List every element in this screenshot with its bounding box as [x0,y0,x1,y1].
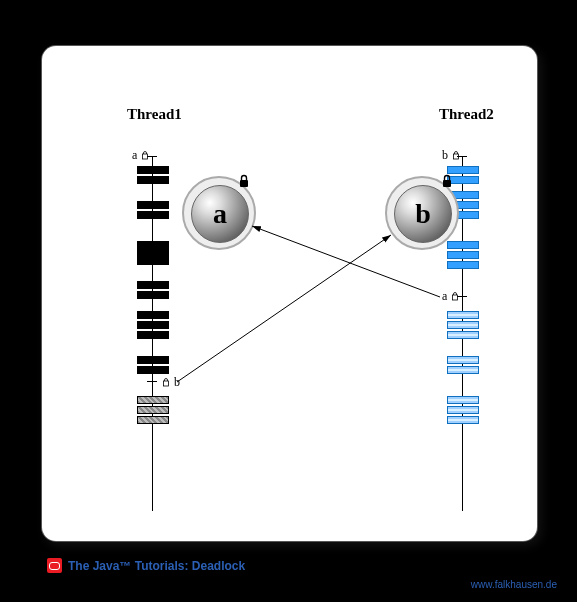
thread2-timeline [462,156,463,511]
lock-icon [440,174,454,188]
svg-rect-2 [164,381,169,386]
thread2-title: Thread2 [439,106,494,123]
lock-icon [237,174,251,188]
axis-label-left-mid: b [161,375,180,390]
thread1-timeline [152,156,153,511]
lock-sphere-b: b [385,176,459,250]
svg-rect-5 [443,180,451,187]
oracle-icon [47,558,62,573]
lock-sphere-a: a [182,176,256,250]
thread1-title: Thread1 [127,106,182,123]
attribution-link[interactable]: www.falkhausen.de [471,579,557,590]
svg-rect-4 [240,180,248,187]
source-text: The Java™ Tutorials: Deadlock [68,559,245,573]
diagram-frame: Thread1 Thread2 a b b a [42,46,537,541]
svg-line-6 [177,235,391,382]
